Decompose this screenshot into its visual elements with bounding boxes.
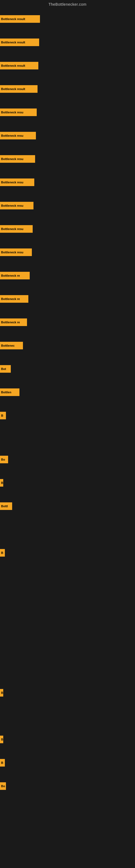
bottleneck-label: Bo [1,784,5,788]
bottleneck-bar: Bottleneck re [0,272,30,279]
bottleneck-bar: Bottlenec [0,342,23,349]
bottleneck-label: Bottl [1,504,8,508]
bottleneck-label: Bottleneck result [1,18,25,21]
bottleneck-bar: Bottl [0,502,12,510]
bottleneck-bar: B [0,549,5,557]
bottleneck-label: Bottleneck re [1,274,20,277]
bottleneck-label: Bottleneck re [1,321,20,324]
bottleneck-bar: Bottleneck resu [0,248,32,256]
bottleneck-label: B [1,551,3,554]
bottleneck-bar: B [0,412,6,420]
bottleneck-bar: Bottleneck result [0,62,38,69]
bottleneck-bar: Bo [0,782,6,790]
bottleneck-bar: B [0,689,3,696]
bottleneck-bar: Bot [0,365,11,373]
bottleneck-label: Bot [1,367,6,371]
bottleneck-label: B [1,481,3,485]
bottleneck-label: Bottleneck resu [1,204,24,207]
bottleneck-label: B [1,691,3,694]
bottleneck-label: Bottleneck resu [1,227,24,230]
bottleneck-bar: Bottleneck resu [0,179,34,186]
bottleneck-label: Bottleneck resu [1,181,24,184]
bottleneck-bar: Bottleneck re [0,295,28,303]
bottleneck-label: Bottlen [1,391,11,394]
site-title: TheBottlenecker.com [0,0,135,8]
bottleneck-label: Bottleneck result [1,87,25,91]
bottleneck-label: Bottleneck result [1,41,25,44]
bottleneck-bar: Bottleneck result [0,38,39,46]
bottleneck-label: B [1,414,3,417]
bottleneck-bar: B [0,759,5,767]
bottleneck-label: Bottleneck resu [1,157,24,161]
bottleneck-label: Bottleneck resu [1,134,24,137]
bottleneck-bar: B [0,736,3,743]
bottleneck-bar: B [0,479,3,487]
bottleneck-bar: Bottleneck resu [0,108,37,116]
bottleneck-bar: Bottleneck re [0,318,27,326]
bottleneck-label: B [1,761,3,764]
bottleneck-bar: Bottlen [0,389,19,396]
bottleneck-bar: Bottleneck resu [0,225,33,233]
bottleneck-label: Bo [1,458,5,461]
bottleneck-label: Bottleneck re [1,297,20,301]
bottleneck-bar: Bottleneck resu [0,155,35,163]
bottleneck-label: B [1,738,3,741]
bottleneck-label: Bottleneck resu [1,251,24,254]
bottleneck-bar: Bottleneck resu [0,202,34,209]
bottleneck-label: Bottleneck result [1,64,25,67]
bottleneck-label: Bottleneck resu [1,111,24,114]
bottleneck-label: Bottlenec [1,344,14,347]
bottleneck-bar: Bottleneck result [0,15,40,23]
bottleneck-bar: Bo [0,456,8,463]
bottleneck-bar: Bottleneck result [0,85,38,93]
bottleneck-bar: Bottleneck resu [0,132,36,140]
